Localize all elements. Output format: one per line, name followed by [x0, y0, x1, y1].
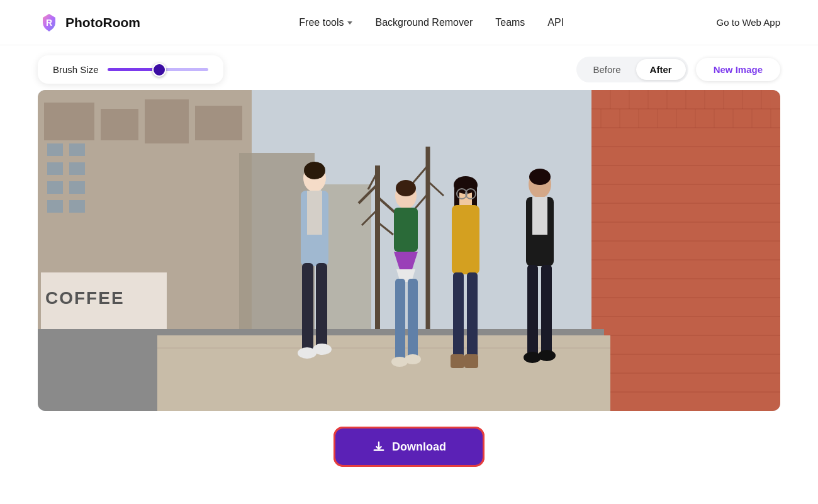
- svg-rect-92: [452, 205, 479, 274]
- before-button[interactable]: Before: [579, 59, 634, 80]
- svg-rect-94: [467, 272, 478, 357]
- nav-api[interactable]: API: [547, 17, 564, 28]
- svg-rect-73: [316, 263, 327, 351]
- download-icon: [372, 440, 386, 454]
- svg-rect-29: [591, 90, 780, 411]
- toolbar: Brush Size Before After New Image: [0, 45, 818, 90]
- brush-slider[interactable]: [108, 68, 208, 71]
- svg-rect-5: [145, 99, 189, 143]
- svg-rect-95: [451, 354, 464, 368]
- svg-rect-101: [527, 265, 538, 356]
- svg-rect-7: [47, 143, 63, 156]
- new-image-button[interactable]: New Image: [696, 58, 780, 81]
- image-area: COFFEE: [38, 90, 780, 411]
- svg-rect-12: [69, 181, 85, 194]
- navbar: R PhotoRoom Free tools Background Remove…: [0, 0, 818, 45]
- svg-rect-102: [541, 265, 552, 356]
- nav-teams[interactable]: Teams: [495, 17, 525, 28]
- svg-rect-14: [69, 200, 85, 213]
- view-controls: Before After New Image: [576, 57, 780, 82]
- svg-point-84: [405, 354, 421, 364]
- before-after-toggle: Before After: [576, 57, 688, 82]
- svg-rect-82: [408, 279, 418, 361]
- svg-rect-72: [302, 263, 313, 351]
- svg-rect-10: [69, 162, 85, 175]
- chevron-down-icon: [347, 21, 352, 25]
- svg-point-69: [304, 162, 325, 179]
- svg-rect-96: [464, 354, 478, 368]
- download-section: Download: [0, 411, 818, 488]
- nav-free-tools[interactable]: Free tools: [299, 17, 352, 28]
- logo-area[interactable]: R PhotoRoom: [38, 11, 140, 34]
- brand-name: PhotoRoom: [65, 15, 140, 30]
- svg-rect-4: [101, 109, 138, 140]
- svg-rect-81: [395, 279, 405, 361]
- svg-point-103: [524, 352, 541, 363]
- svg-rect-11: [47, 181, 63, 194]
- svg-rect-78: [394, 208, 418, 252]
- after-button[interactable]: After: [636, 59, 686, 80]
- svg-text:COFFEE: COFFEE: [45, 288, 125, 308]
- svg-point-104: [538, 350, 556, 361]
- download-button[interactable]: Download: [335, 428, 483, 465]
- svg-rect-3: [44, 103, 94, 140]
- brush-size-control: Brush Size: [38, 55, 223, 84]
- go-to-web-app-button[interactable]: Go to Web App: [717, 17, 780, 28]
- svg-point-75: [313, 344, 332, 355]
- logo-icon: R: [38, 11, 60, 34]
- main-image: COFFEE: [38, 90, 780, 411]
- brush-label: Brush Size: [53, 64, 99, 75]
- svg-rect-93: [453, 272, 464, 357]
- nav-background-remover[interactable]: Background Remover: [375, 17, 473, 28]
- nav-links: Free tools Background Remover Teams API: [167, 17, 697, 28]
- svg-rect-8: [69, 143, 85, 156]
- svg-rect-6: [195, 106, 242, 140]
- svg-point-98: [529, 169, 551, 185]
- svg-point-77: [396, 180, 416, 196]
- svg-rect-71: [307, 191, 322, 235]
- svg-rect-9: [47, 162, 63, 175]
- svg-rect-13: [47, 200, 63, 213]
- svg-rect-100: [532, 197, 547, 235]
- svg-text:R: R: [46, 18, 52, 28]
